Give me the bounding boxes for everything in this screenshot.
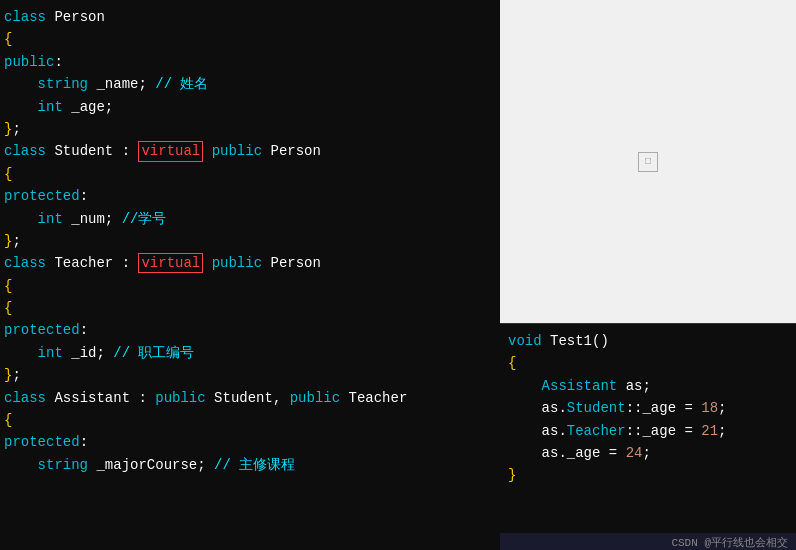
- main-container: class Person{public: string _name; // 姓名…: [0, 0, 796, 550]
- code-token: [4, 454, 38, 476]
- code-line: }: [504, 464, 796, 486]
- code-line: string _majorCourse; // 主修课程: [0, 454, 500, 476]
- watermark-label: CSDN @平行线也会相交: [500, 533, 796, 550]
- code-token: as.: [508, 420, 567, 442]
- code-line: protected:: [0, 319, 500, 341]
- code-token: ;: [718, 397, 726, 419]
- code-token: class: [4, 387, 54, 409]
- code-line: protected:: [0, 185, 500, 207]
- code-token: :: [80, 319, 88, 341]
- code-token: {: [4, 297, 12, 319]
- code-token: :: [80, 185, 88, 207]
- code-token: {: [4, 28, 12, 50]
- code-token: 21: [701, 420, 718, 442]
- code-line: };: [0, 118, 500, 140]
- code-token: public: [4, 51, 54, 73]
- placeholder-icon: □: [645, 156, 651, 167]
- code-line: protected:: [0, 431, 500, 453]
- code-line: void Test1(): [504, 330, 796, 352]
- code-line: class Person: [0, 6, 500, 28]
- code-line: class Teacher : virtual public Person: [0, 252, 500, 274]
- code-token: //学号: [122, 208, 167, 230]
- code-line: as.Teacher::_age = 21;: [504, 420, 796, 442]
- code-token: }: [4, 364, 12, 386]
- code-token: class: [4, 252, 54, 274]
- code-token: public: [290, 387, 340, 409]
- code-token: int: [38, 208, 63, 230]
- code-panel-left: class Person{public: string _name; // 姓名…: [0, 0, 500, 550]
- right-bottom-panel: void Test1(){ Assistant as; as.Student::…: [500, 323, 796, 533]
- code-line: };: [0, 364, 500, 386]
- code-token: [4, 96, 38, 118]
- code-line: {: [0, 28, 500, 50]
- code-token: ::_age =: [626, 397, 702, 419]
- code-token: [4, 73, 38, 95]
- code-token: protected: [4, 319, 80, 341]
- code-token: {: [4, 409, 12, 431]
- code-token: Student,: [206, 387, 290, 409]
- code-line: {: [504, 352, 796, 374]
- code-token: [4, 342, 38, 364]
- code-token: {: [508, 352, 516, 374]
- code-token: 24: [626, 442, 643, 464]
- code-token: Teacher :: [54, 252, 138, 274]
- code-token: _id;: [63, 342, 113, 364]
- right-top-panel: □: [500, 0, 796, 323]
- code-token: public: [212, 140, 262, 162]
- code-token: _majorCourse;: [88, 454, 214, 476]
- code-token: {: [4, 275, 12, 297]
- code-token: _age;: [63, 96, 113, 118]
- code-token: void: [508, 330, 542, 352]
- code-token: ;: [12, 118, 20, 140]
- code-token: _num;: [63, 208, 122, 230]
- code-token: int: [38, 342, 63, 364]
- code-token: public: [212, 252, 262, 274]
- code-line: {: [0, 163, 500, 185]
- code-token: }: [508, 464, 516, 486]
- code-token: Student :: [54, 140, 138, 162]
- code-token: ;: [12, 230, 20, 252]
- code-token: protected: [4, 431, 80, 453]
- code-token: public: [155, 387, 205, 409]
- code-token: Student: [567, 397, 626, 419]
- code-token: Person: [262, 140, 321, 162]
- code-token: ::_age =: [626, 420, 702, 442]
- code-token: virtual: [138, 253, 203, 273]
- code-token: // 姓名: [155, 73, 208, 95]
- code-token: as._age =: [508, 442, 626, 464]
- code-line: };: [0, 230, 500, 252]
- code-line: Assistant as;: [504, 375, 796, 397]
- code-line: {: [0, 297, 500, 319]
- code-token: Assistant :: [54, 387, 155, 409]
- code-line: as._age = 24;: [504, 442, 796, 464]
- code-token: {: [4, 163, 12, 185]
- code-token: int: [38, 96, 63, 118]
- code-token: Assistant: [542, 375, 618, 397]
- code-token: [203, 252, 211, 274]
- code-token: // 职工编号: [113, 342, 194, 364]
- code-token: protected: [4, 185, 80, 207]
- code-token: as;: [617, 375, 651, 397]
- code-token: as.: [508, 397, 567, 419]
- code-line: public:: [0, 51, 500, 73]
- code-line: {: [0, 409, 500, 431]
- code-token: virtual: [138, 141, 203, 161]
- code-token: [508, 375, 542, 397]
- code-token: ;: [718, 420, 726, 442]
- code-line: {: [0, 275, 500, 297]
- code-line: class Assistant : public Student, public…: [0, 387, 500, 409]
- code-token: // 主修课程: [214, 454, 295, 476]
- code-line: int _age;: [0, 96, 500, 118]
- code-token: class: [4, 140, 54, 162]
- code-token: Teacher: [340, 387, 407, 409]
- code-line: int _num; //学号: [0, 208, 500, 230]
- code-token: string: [38, 454, 88, 476]
- code-token: Person: [262, 252, 321, 274]
- code-token: [203, 140, 211, 162]
- code-token: ;: [642, 442, 650, 464]
- code-token: ;: [12, 364, 20, 386]
- code-token: _name;: [88, 73, 155, 95]
- code-token: :: [54, 51, 62, 73]
- code-line: int _id; // 职工编号: [0, 342, 500, 364]
- code-token: class: [4, 6, 54, 28]
